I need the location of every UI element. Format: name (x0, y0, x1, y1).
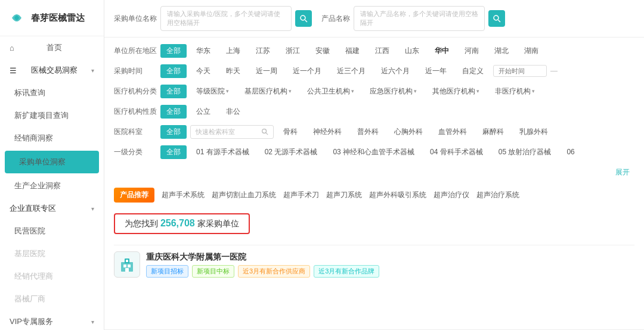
expand-button[interactable]: 展开 (611, 166, 634, 179)
inst-type-other-btn[interactable]: 其他医疗机构 ▾ (426, 85, 485, 98)
product-name-search-button[interactable] (488, 10, 505, 27)
chevron-down-icon: ▾ (414, 88, 417, 94)
dept-neuro-btn[interactable]: 神经外科 (307, 125, 348, 139)
region-henan-btn[interactable]: 河南 (459, 44, 485, 58)
product-item-5[interactable]: 超声治疗仪 (434, 190, 469, 200)
time-today-btn[interactable]: 今天 (190, 64, 216, 78)
inst-type-grade-btn[interactable]: 等级医院 ▾ (190, 85, 235, 98)
inst-type-public-btn[interactable]: 公共卫生机构 ▾ (301, 85, 360, 98)
region-jiangxi-btn[interactable]: 江西 (369, 44, 395, 58)
hospital-icon (114, 251, 140, 278)
main-content: 采购单位名称 请输入采购单位/医院，多个关键词请使用空格隔开 产品名称 请输入产… (104, 0, 644, 330)
purchase-unit-label: 采购单位名称 (114, 14, 157, 24)
cat-02-btn[interactable]: 02 无源手术器械 (259, 145, 324, 159)
cat-all-btn[interactable]: 全部 (160, 145, 187, 159)
hospital-name: 重庆医科大学附属第一医院 (146, 252, 379, 263)
time-3month-btn[interactable]: 近三个月 (331, 64, 371, 78)
sidebar-item-new-project[interactable]: 新扩建项目查询 (0, 104, 104, 127)
sidebar-item-label: 采购单位洞察 (19, 157, 66, 167)
sidebar-item-label: 首页 (47, 42, 62, 53)
dept-bone-btn[interactable]: 骨科 (277, 125, 304, 139)
product-item-4[interactable]: 超声外科吸引系统 (369, 190, 426, 200)
time-all-btn[interactable]: 全部 (160, 64, 187, 78)
region-jiangsu-btn[interactable]: 江苏 (250, 44, 276, 58)
sidebar-item-label: 器械厂商 (14, 294, 45, 304)
product-name-input[interactable]: 请输入产品名称，多个关键词请使用空格隔开 (354, 6, 485, 31)
institution-nature-label: 医疗机构性质 (114, 107, 157, 117)
dept-breast-btn[interactable]: 乳腺外科 (513, 125, 554, 139)
sidebar-item-medical-insight[interactable]: ☰ 医械交易洞察 ▾ (0, 59, 104, 82)
sidebar-item-enterprise-direct[interactable]: 企业直联专区 ▾ (0, 197, 104, 220)
product-item-2[interactable]: 超声手术刀 (283, 190, 319, 200)
hospital-building-icon (119, 256, 135, 273)
sidebar-item-device-manufacturer: 器械厂商 (0, 288, 104, 310)
inst-nature-all-btn[interactable]: 全部 (160, 105, 187, 119)
product-item-6[interactable]: 超声治疗系统 (476, 190, 519, 200)
region-shandong-btn[interactable]: 山东 (399, 44, 425, 58)
chevron-down-icon: ▾ (226, 88, 229, 94)
product-item-3[interactable]: 超声刀系统 (326, 190, 362, 200)
hospital-tag-2: 近3月有新合作供应商 (238, 265, 310, 278)
department-search-input[interactable]: 快速检索科室 (190, 125, 274, 139)
dept-cardiac-btn[interactable]: 心胸外科 (388, 125, 429, 139)
region-hubei-btn[interactable]: 湖北 (488, 44, 515, 58)
cat-03-btn[interactable]: 03 神经和心血管手术器械 (327, 145, 420, 159)
hospital-result-item[interactable]: 重庆医科大学附属第一医院 新项目招标 新项目中标 近3月有新合作供应商 近3月有… (114, 245, 634, 284)
department-filter-row: 医院科室 全部 快速检索科室 骨科 神经外科 普外科 心胸外科 血管外科 麻醉科… (114, 123, 634, 140)
logo-text: 春芽医械雷达 (31, 13, 85, 24)
inst-type-emergency-btn[interactable]: 应急医疗机构 ▾ (364, 85, 423, 98)
region-more-btn[interactable]: 湖南 (518, 44, 544, 58)
sidebar-item-manufacturer-insight[interactable]: 生产企业洞察 (0, 175, 104, 197)
svg-rect-9 (123, 264, 126, 267)
svg-rect-11 (125, 268, 129, 272)
time-custom-btn[interactable]: 自定义 (456, 64, 490, 78)
inst-type-nonmedical-btn[interactable]: 非医疗机构 ▾ (489, 85, 541, 98)
region-east-btn[interactable]: 华东 (190, 44, 216, 58)
purchase-unit-search-button[interactable] (295, 10, 312, 27)
svg-point-2 (494, 15, 499, 20)
cat-04-btn[interactable]: 04 骨科手术器械 (424, 145, 489, 159)
time-week-btn[interactable]: 近一周 (250, 64, 283, 78)
sidebar-item-label: 新扩建项目查询 (14, 110, 69, 121)
result-area: 为您找到 256,708 家采购单位 (114, 210, 634, 238)
dept-general-btn[interactable]: 普外科 (351, 125, 385, 139)
region-anhui-btn[interactable]: 安徽 (309, 44, 336, 58)
product-item-0[interactable]: 超声手术系统 (162, 190, 205, 200)
inst-type-grassroots-btn[interactable]: 基层医疗机构 ▾ (239, 85, 298, 98)
dept-all-btn[interactable]: 全部 (160, 125, 187, 139)
region-zhejiang-btn[interactable]: 浙江 (280, 44, 306, 58)
time-year-btn[interactable]: 近一年 (419, 64, 453, 78)
sidebar-item-private-hospital[interactable]: 民营医院 (0, 220, 104, 242)
inst-type-all-btn[interactable]: 全部 (160, 85, 187, 98)
time-yesterday-btn[interactable]: 昨天 (220, 64, 246, 78)
cat-05-btn[interactable]: 05 放射治疗器械 (493, 145, 558, 159)
region-filter-label: 单位所在地区 (114, 46, 157, 56)
department-filter-label: 医院科室 (114, 127, 157, 137)
sidebar-item-purchase-insight[interactable]: 采购单位洞察 (5, 151, 99, 173)
region-shanghai-btn[interactable]: 上海 (220, 44, 246, 58)
sidebar-item-vip-service[interactable]: VIP专属服务 ▾ (0, 310, 104, 330)
inst-nature-private-btn[interactable]: 非公 (220, 105, 246, 119)
region-all-btn[interactable]: 全部 (160, 44, 187, 58)
sidebar-item-label-query[interactable]: 标讯查询 (0, 82, 104, 104)
time-6month-btn[interactable]: 近六个月 (375, 64, 416, 78)
region-central-btn[interactable]: 华中 (429, 44, 455, 58)
dept-anesthesia-btn[interactable]: 麻醉科 (476, 125, 510, 139)
time-month-btn[interactable]: 近一个月 (287, 64, 327, 78)
inst-nature-public-btn[interactable]: 公立 (190, 105, 216, 119)
expand-row: 展开 (114, 164, 634, 180)
sidebar-item-home[interactable]: ⌂ 首页 (0, 36, 104, 59)
cat-06-btn[interactable]: 06 (561, 146, 580, 158)
product-item-1[interactable]: 超声切割止血刀系统 (212, 190, 276, 200)
sidebar: 春芽医械雷达 ⌂ 首页 ☰ 医械交易洞察 ▾ 标讯查询 新扩建项目查询 经销商洞… (0, 0, 104, 330)
sidebar-item-label: 经销商洞察 (14, 133, 53, 144)
cat-01-btn[interactable]: 01 有源手术器械 (190, 145, 255, 159)
date-start-input[interactable] (493, 65, 547, 77)
sidebar-item-agent-manage: 经销代理商 (0, 265, 104, 288)
purchase-unit-input[interactable]: 请输入采购单位/医院，多个关键词请使用空格隔开 (160, 6, 292, 31)
sidebar-item-dealer-insight[interactable]: 经销商洞察 (0, 127, 104, 150)
result-suffix: 家采购单位 (197, 219, 239, 228)
chevron-down-icon: ▾ (351, 88, 354, 94)
region-fujian-btn[interactable]: 福建 (339, 44, 366, 58)
dept-vascular-btn[interactable]: 血管外科 (432, 125, 473, 139)
